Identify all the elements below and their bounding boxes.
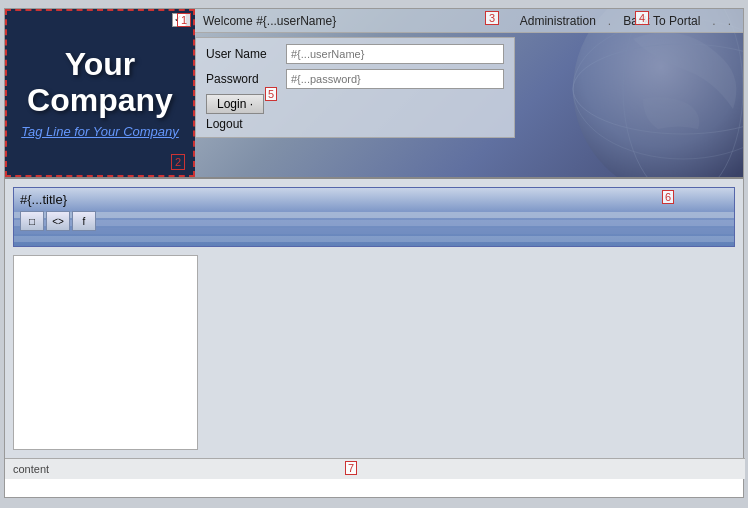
nav-sep2: .	[708, 14, 719, 28]
login-button[interactable]: Login · 5	[206, 94, 264, 114]
globe-decoration	[483, 9, 743, 177]
title-bar-buttons: □ <> f	[20, 211, 96, 231]
nav-sep3: .	[724, 14, 735, 28]
main-content: #{...title} □ <> f 6	[5, 179, 743, 458]
badge-4: 4	[635, 11, 649, 25]
badge-3: 3	[485, 11, 499, 25]
right-header: 3 4 Welcome #{...userName} Administratio…	[195, 9, 743, 177]
tb-btn-1[interactable]: □	[20, 211, 44, 231]
logo-panel: 1 Your Company Tag Line for Your Company…	[5, 9, 195, 177]
login-form: User Name Password Login · 5 Logout	[195, 37, 515, 138]
nav-administration-link[interactable]: Administration	[516, 14, 600, 28]
right-content-panel	[206, 255, 735, 450]
username-row: User Name	[206, 44, 504, 64]
welcome-text: Welcome #{...userName}	[203, 14, 516, 28]
company-name: Your Company	[17, 47, 183, 117]
tagline: Tag Line for Your Company	[21, 124, 179, 139]
badge-6: 6	[662, 190, 674, 204]
logo-number-badge: 1	[177, 13, 191, 27]
header-area: 1 Your Company Tag Line for Your Company…	[5, 9, 743, 179]
badge-7: 7	[345, 461, 357, 475]
nav-sep1: .	[604, 14, 615, 28]
username-label: User Name	[206, 47, 286, 61]
username-input[interactable]	[286, 44, 504, 64]
title-bar: #{...title} □ <> f 6	[13, 187, 735, 247]
logout-link[interactable]: Logout	[206, 117, 504, 131]
back-to-portal-link[interactable]: Back To Portal	[619, 14, 704, 28]
page-wrapper: 1 Your Company Tag Line for Your Company…	[4, 8, 744, 498]
nav-links: Administration . Back To Portal . .	[516, 14, 735, 28]
title-bar-content: #{...title} □ <> f	[20, 192, 96, 231]
title-bar-text: #{...title}	[20, 192, 96, 207]
password-label: Password	[206, 72, 286, 86]
footer: content 7	[5, 458, 745, 479]
btn-row: Login · 5	[206, 94, 504, 114]
nav-bar: Welcome #{...userName} Administration . …	[195, 9, 743, 33]
tb-btn-2[interactable]: <>	[46, 211, 70, 231]
logo-edit-icon[interactable]: 2	[171, 154, 185, 170]
tb-btn-3[interactable]: f	[72, 211, 96, 231]
password-input[interactable]	[286, 69, 504, 89]
left-content-panel	[13, 255, 198, 450]
footer-content: content	[13, 463, 49, 475]
badge-5: 5	[265, 87, 277, 101]
password-row: Password	[206, 69, 504, 89]
content-panels	[13, 255, 735, 450]
title-stripes	[14, 212, 734, 246]
